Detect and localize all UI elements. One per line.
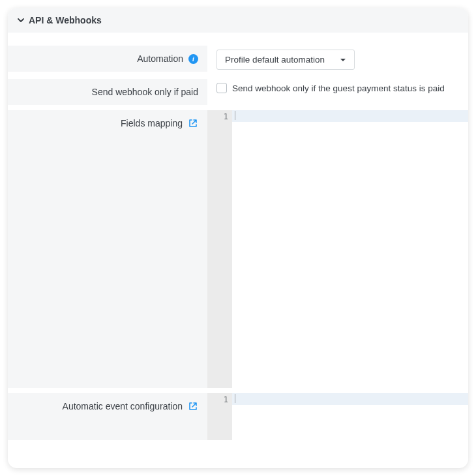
auto-event-config-editor-wrap: 1 (207, 393, 468, 440)
settings-card: API & Webhooks Automation i Profile defa… (8, 8, 468, 468)
auto-event-config-editor[interactable]: 1 (207, 393, 468, 440)
label-text: Automatic event configuration (63, 401, 183, 411)
send-webhook-paid-checkbox-label: Send webhook only if the guest payment s… (232, 83, 445, 93)
label-fields-mapping: Fields mapping (8, 110, 207, 388)
info-icon[interactable]: i (188, 54, 198, 64)
row-fields-mapping: Fields mapping 1 (8, 110, 468, 388)
cursor-icon (235, 394, 235, 403)
row-send-webhook-paid: Send webhook only if paid Send webhook o… (8, 79, 468, 105)
external-link-icon[interactable] (188, 118, 198, 128)
editor-code-area[interactable] (232, 110, 468, 388)
section-header-api-webhooks[interactable]: API & Webhooks (8, 8, 468, 33)
automation-select[interactable]: Profile default automation (216, 50, 355, 70)
label-auto-event-config: Automatic event configuration (8, 393, 207, 440)
editor-code-area[interactable] (232, 393, 468, 440)
label-text: Send webhook only if paid (92, 87, 198, 97)
select-value: Profile default automation (225, 55, 325, 65)
fields-mapping-editor-wrap: 1 (207, 110, 468, 388)
chevron-down-icon (17, 16, 25, 24)
send-webhook-paid-checkbox[interactable] (216, 83, 227, 93)
value-send-webhook-paid: Send webhook only if the guest payment s… (207, 79, 468, 97)
value-automation: Profile default automation (207, 46, 468, 74)
fields-mapping-editor[interactable]: 1 (207, 110, 468, 388)
row-auto-event-config: Automatic event configuration 1 (8, 393, 468, 440)
external-link-icon[interactable] (188, 401, 198, 411)
caret-down-icon (340, 57, 346, 63)
row-automation: Automation i Profile default automation (8, 46, 468, 74)
label-text: Fields mapping (121, 118, 183, 128)
active-line (232, 110, 468, 122)
line-number: 1 (207, 112, 228, 121)
section-title: API & Webhooks (29, 15, 102, 25)
section-body: Automation i Profile default automation … (8, 33, 468, 440)
active-line (232, 393, 468, 405)
line-number: 1 (207, 395, 228, 404)
editor-gutter: 1 (207, 393, 232, 440)
label-automation: Automation i (8, 46, 207, 72)
editor-gutter: 1 (207, 110, 232, 388)
cursor-icon (235, 111, 235, 120)
label-text: Automation (137, 53, 183, 64)
label-send-webhook-paid: Send webhook only if paid (8, 79, 207, 105)
